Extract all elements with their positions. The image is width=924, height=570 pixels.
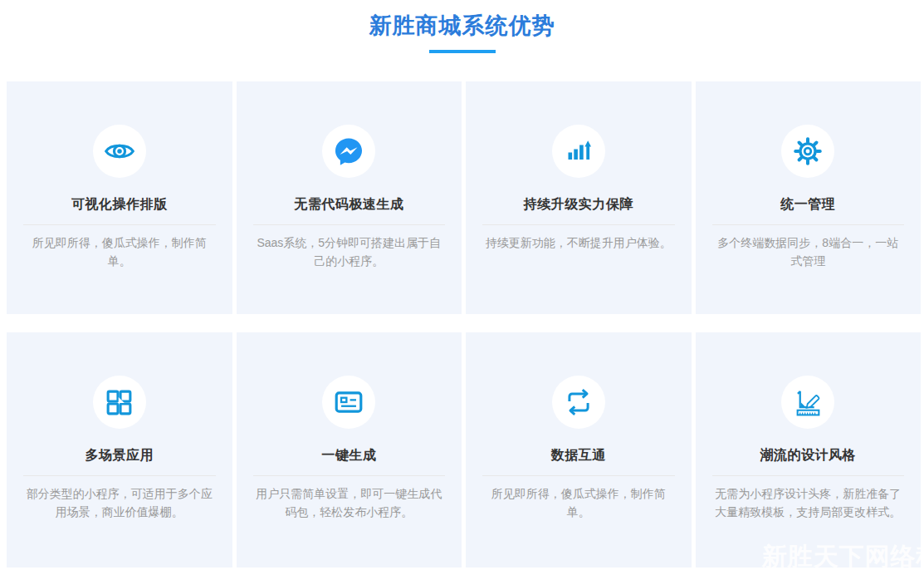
feature-title: 多场景应用 [7, 447, 232, 464]
feature-card: 一键生成 用户只需简单设置，即可一键生成代码包，轻松发布小程序。 [237, 332, 462, 568]
icon-circle [781, 376, 834, 429]
icon-circle [552, 376, 605, 429]
divider [712, 224, 905, 225]
feature-title: 统一管理 [696, 196, 922, 214]
feature-title: 可视化操作排版 [7, 196, 232, 214]
bar-chart-up-icon [564, 136, 594, 166]
gear-icon [792, 135, 824, 167]
feature-card: 潮流的设计风格 无需为小程序设计头疼，新胜准备了大量精致模板，支持局部更改样式。… [696, 332, 922, 568]
feature-card: 统一管理 多个终端数据同步，8端合一，一站式管理 [696, 81, 922, 314]
sync-arrows-icon [563, 386, 594, 418]
icon-circle [552, 125, 605, 178]
feature-desc: 部分类型的小程序，可适用于多个应用场景，商业价值爆棚。 [24, 484, 215, 521]
feature-desc: 所见即所得，傻瓜式操作，制作简单。 [24, 233, 215, 270]
divider [23, 224, 216, 225]
feature-desc: Saas系统，5分钟即可搭建出属于自己的小程序。 [254, 233, 445, 270]
feature-card: 多场景应用 部分类型的小程序，可适用于多个应用场景，商业价值爆棚。 [7, 332, 232, 568]
feature-desc: 用户只需简单设置，即可一键生成代码包，轻松发布小程序。 [254, 484, 445, 521]
app-grid-icon [104, 387, 134, 418]
feature-title: 一键生成 [237, 447, 462, 464]
feature-desc: 无需为小程序设计头疼，新胜准备了大量精致模板，支持局部更改样式。 [713, 484, 904, 521]
feature-card: 持续升级实力保障 持续更新功能，不断提升用户体验。 [466, 81, 692, 314]
id-card-icon [333, 386, 364, 418]
feature-card: 无需代码极速生成 Saas系统，5分钟即可搭建出属于自己的小程序。 [237, 81, 462, 314]
divider [253, 224, 446, 225]
page-header: 新胜商城系统优势 [0, 0, 924, 53]
divider [482, 475, 675, 476]
feature-title: 无需代码极速生成 [237, 196, 462, 214]
feature-title: 数据互通 [466, 447, 692, 464]
page-title: 新胜商城系统优势 [0, 12, 924, 40]
divider [482, 224, 675, 225]
title-underline [429, 50, 496, 53]
messenger-icon [333, 135, 364, 167]
feature-desc: 多个终端数据同步，8端合一，一站式管理 [713, 233, 904, 270]
ruler-pen-icon [793, 387, 824, 418]
feature-grid: 可视化操作排版 所见即所得，傻瓜式操作，制作简单。 无需代码极速生成 Saas系… [0, 81, 924, 568]
feature-card: 数据互通 所见即所得，傻瓜式操作，制作简单。 [466, 332, 692, 568]
feature-desc: 持续更新功能，不断提升用户体验。 [483, 233, 674, 252]
feature-card: 可视化操作排版 所见即所得，傻瓜式操作，制作简单。 [7, 81, 232, 314]
feature-title: 持续升级实力保障 [466, 196, 692, 214]
watermark: 新胜天下网络科技 [762, 540, 922, 568]
icon-circle [781, 125, 834, 178]
divider [23, 475, 216, 476]
divider [253, 475, 446, 476]
icon-circle [322, 125, 375, 178]
icon-circle [93, 125, 146, 178]
icon-circle [93, 376, 146, 429]
divider [712, 475, 905, 476]
eye-icon [104, 135, 135, 167]
icon-circle [322, 376, 375, 429]
feature-desc: 所见即所得，傻瓜式操作，制作简单。 [483, 484, 674, 521]
feature-title: 潮流的设计风格 [696, 447, 922, 464]
